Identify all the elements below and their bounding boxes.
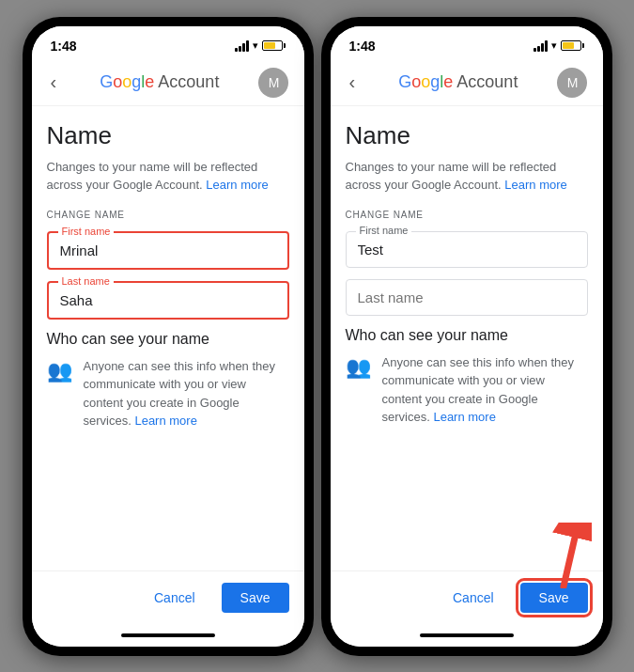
battery-icon-2 xyxy=(561,40,584,51)
red-arrow-icon xyxy=(535,523,592,588)
signal-icon-1 xyxy=(235,40,249,52)
who-section-1: Who can see your name 👥 Anyone can see t… xyxy=(47,331,289,430)
people-icon-2: 👥 xyxy=(346,355,371,380)
last-name-group-2 xyxy=(346,279,588,316)
people-icon-1: 👥 xyxy=(47,359,72,383)
signal-icon-2 xyxy=(533,40,548,52)
learn-more-link-who-1[interactable]: Learn more xyxy=(134,414,196,428)
save-button-1[interactable]: Save xyxy=(222,583,289,613)
header-1: ‹ Google Account M xyxy=(32,60,304,106)
avatar-1[interactable]: M xyxy=(258,68,288,98)
phone-screen-2: 1:48 ▾ ‹ Goog xyxy=(321,17,612,656)
first-name-input-2[interactable] xyxy=(358,238,576,261)
time-2: 1:48 xyxy=(349,39,376,54)
who-title-2: Who can see your name xyxy=(346,327,588,344)
learn-more-link-top-2[interactable]: Learn more xyxy=(504,178,566,192)
status-bar-1: 1:48 ▾ xyxy=(32,26,304,60)
footer-1: Cancel Save xyxy=(32,570,304,624)
home-indicator-1 xyxy=(32,624,304,647)
last-name-wrapper-1: Last name xyxy=(47,281,289,320)
svg-line-1 xyxy=(564,538,575,586)
phone-screen-1: 1:48 ▾ ‹ Goog xyxy=(23,17,314,656)
last-name-label-float-1: Last name xyxy=(58,275,114,287)
who-text-1: Anyone can see this info when they commu… xyxy=(84,357,289,430)
first-name-wrapper-1: First name xyxy=(47,231,289,270)
first-name-group-2: First name xyxy=(346,231,588,268)
who-row-1: 👥 Anyone can see this info when they com… xyxy=(47,357,289,430)
last-name-group-1: Last name xyxy=(47,281,289,320)
battery-icon-1 xyxy=(262,40,286,51)
section-label-1: CHANGE NAME xyxy=(47,210,289,220)
page-title-1: Name xyxy=(47,121,289,150)
cancel-button-1[interactable]: Cancel xyxy=(143,583,207,613)
first-name-group-1: First name xyxy=(47,231,289,270)
status-icons-1: ▾ xyxy=(235,39,286,52)
time-1: 1:48 xyxy=(51,39,77,54)
header-2: ‹ Google Account M xyxy=(331,60,603,106)
learn-more-link-top-1[interactable]: Learn more xyxy=(206,178,268,192)
avatar-2[interactable]: M xyxy=(557,68,587,98)
content-1: Name Changes to your name will be reflec… xyxy=(32,106,304,570)
who-row-2: 👥 Anyone can see this info when they com… xyxy=(346,353,588,427)
red-arrow-container xyxy=(535,523,592,592)
last-name-input-1[interactable] xyxy=(60,289,276,312)
home-indicator-2 xyxy=(331,624,603,647)
cancel-button-2[interactable]: Cancel xyxy=(441,583,505,613)
first-name-wrapper-2: First name xyxy=(346,231,588,268)
google-logo-1: Google Account xyxy=(100,72,219,92)
page-title-2: Name xyxy=(346,121,588,150)
section-label-2: CHANGE NAME xyxy=(346,210,588,220)
description-2: Changes to your name will be reflected a… xyxy=(346,158,588,195)
status-icons-2: ▾ xyxy=(533,39,584,52)
back-button-2[interactable]: ‹ xyxy=(346,68,360,97)
first-name-input-1[interactable] xyxy=(60,239,276,262)
google-logo-2: Google Account xyxy=(398,72,518,92)
wifi-icon-1: ▾ xyxy=(253,39,258,52)
who-section-2: Who can see your name 👥 Anyone can see t… xyxy=(346,327,588,427)
content-2: Name Changes to your name will be reflec… xyxy=(331,106,603,570)
last-name-wrapper-2 xyxy=(346,279,588,316)
first-name-label-float-1: First name xyxy=(58,226,115,237)
first-name-label-float-2: First name xyxy=(356,225,412,236)
who-text-2: Anyone can see this info when they commu… xyxy=(382,353,588,427)
status-bar-2: 1:48 ▾ xyxy=(331,26,603,60)
learn-more-link-who-2[interactable]: Learn more xyxy=(433,410,495,424)
last-name-input-2[interactable] xyxy=(358,286,576,309)
description-1: Changes to your name will be reflected a… xyxy=(47,158,289,195)
back-button-1[interactable]: ‹ xyxy=(47,68,61,97)
wifi-icon-2: ▾ xyxy=(551,39,557,52)
who-title-1: Who can see your name xyxy=(47,331,289,348)
